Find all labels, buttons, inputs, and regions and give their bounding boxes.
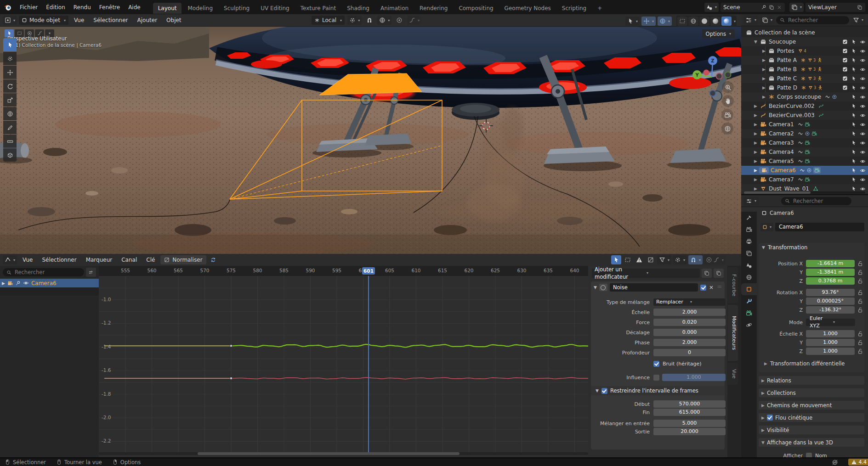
lock-icon[interactable]: [857, 278, 863, 284]
drag-grip-icon[interactable]: [716, 285, 722, 290]
graph-plot-area[interactable]: 5555605655705755805855905956006056106156…: [99, 266, 588, 457]
outliner-item-camera5[interactable]: ▶ Camera5: [741, 157, 868, 166]
outliner-item-patte-b[interactable]: ▶ Patte B 3: [741, 65, 868, 74]
position-x-field[interactable]: -1.6614 m: [806, 260, 855, 267]
checkbox-icon[interactable]: [842, 67, 848, 72]
section-transformation-differentielle[interactable]: ▶Transformation différentielle: [764, 360, 845, 367]
lock-icon[interactable]: [857, 269, 863, 275]
paste-modifier-button[interactable]: [714, 269, 724, 278]
influence-slider[interactable]: 1.000: [662, 374, 726, 381]
selectable-icon[interactable]: [851, 140, 857, 146]
tab-compositing[interactable]: Compositing: [454, 3, 498, 14]
blender-logo-icon[interactable]: [4, 3, 12, 11]
shading-material-button[interactable]: [710, 17, 720, 26]
snap-toggle[interactable]: [364, 16, 374, 25]
rotation-y-field[interactable]: 0.000025°: [806, 298, 855, 305]
noise-depth-field[interactable]: 0: [653, 349, 726, 356]
editor-type-viewport-dropdown[interactable]: ▾: [3, 16, 17, 25]
shading-dropdown[interactable]: ▾: [734, 19, 736, 23]
auto-normalize-sync-button[interactable]: [208, 255, 218, 264]
outliner-search[interactable]: [776, 16, 849, 24]
rotation-x-field[interactable]: 93.76°: [806, 289, 855, 296]
new-viewlayer-icon[interactable]: [857, 5, 862, 10]
viewlayer-selector[interactable]: ViewLayer: [806, 3, 865, 12]
lock-icon[interactable]: [857, 339, 863, 346]
expand-icon[interactable]: ▶: [760, 85, 767, 90]
graph-tweak-tool[interactable]: [611, 255, 621, 264]
tab-data-properties[interactable]: [741, 307, 757, 319]
outliner-item-portes[interactable]: ▶ Portes 4: [741, 46, 868, 56]
outliner-display-mode-dropdown[interactable]: ▾: [760, 16, 774, 25]
add-workspace-button[interactable]: +: [592, 3, 607, 14]
expand-icon[interactable]: ▶: [2, 281, 5, 286]
sidebar-tab-vue[interactable]: Vue: [728, 363, 738, 385]
noise-offset-field[interactable]: 0.000: [653, 329, 726, 336]
expand-icon[interactable]: ▶: [752, 168, 759, 173]
graph-menu-marqueur[interactable]: Marqueur: [86, 257, 113, 263]
checkbox-icon[interactable]: [842, 76, 848, 81]
graph-menu-cle[interactable]: Clé: [146, 257, 155, 263]
tab-render-properties[interactable]: [741, 224, 757, 236]
eye-icon[interactable]: [860, 85, 866, 91]
outliner-item-camera4[interactable]: ▶ Camera4: [741, 147, 868, 157]
restrict-range-header[interactable]: ▼ Restreindre l'intervalle de frames: [591, 386, 725, 395]
shading-solid-button[interactable]: [699, 17, 709, 26]
menu-fenetre[interactable]: Fenêtre: [99, 4, 120, 11]
outliner-item-camera7[interactable]: ▶ Camera7: [741, 175, 868, 184]
eye-icon[interactable]: [23, 280, 29, 286]
selectable-icon[interactable]: [851, 67, 857, 72]
expand-icon[interactable]: ▶: [752, 159, 759, 163]
proportional-editing-toggle[interactable]: [394, 16, 404, 25]
tool-move[interactable]: [3, 66, 17, 79]
sidebar-tab-fcourbe[interactable]: F-courbe: [728, 267, 738, 303]
options-dropdown[interactable]: Options▾: [702, 29, 735, 38]
lock-icon[interactable]: [857, 260, 863, 267]
eye-icon[interactable]: [860, 112, 866, 118]
gizmos-dropdown[interactable]: ▾: [641, 17, 656, 26]
expand-icon[interactable]: ▶: [752, 177, 759, 182]
viewlayer-type-dropdown[interactable]: ▾: [789, 3, 804, 12]
outliner-filter-dropdown[interactable]: ▾: [851, 16, 865, 25]
tab-world-properties[interactable]: [741, 271, 757, 283]
eye-icon[interactable]: [860, 48, 866, 54]
section-chemins[interactable]: ▶Chemins de mouvement: [759, 401, 864, 410]
section-visibilite[interactable]: ▶Visibilité: [759, 426, 864, 434]
tab-layout[interactable]: Layout: [153, 3, 182, 14]
proportional-falloff-dropdown[interactable]: ▾: [407, 16, 421, 25]
graph-pivot-dropdown[interactable]: ▾: [673, 255, 687, 264]
legacy-noise-checkbox[interactable]: [653, 361, 659, 367]
eye-icon[interactable]: [860, 103, 866, 109]
menu-aide[interactable]: Aide: [128, 4, 141, 11]
graph-h-scrollbar[interactable]: [99, 452, 588, 455]
outliner-item-camera6-selected[interactable]: ▶ Camera6: [741, 166, 868, 175]
scene-selector[interactable]: Scene: [720, 3, 785, 12]
properties-search-input[interactable]: [792, 197, 848, 205]
collapse-icon[interactable]: ▼: [594, 285, 597, 290]
current-frame-badge[interactable]: 601: [362, 267, 375, 275]
graph-snap-dropdown[interactable]: ▾: [688, 255, 703, 264]
expand-icon[interactable]: ▶: [752, 186, 759, 191]
expand-icon[interactable]: ▶: [752, 140, 759, 145]
motion-blur-checkbox[interactable]: [767, 415, 773, 421]
fcurve-canvas[interactable]: [99, 276, 588, 452]
expand-icon[interactable]: ▶: [760, 49, 767, 53]
selectable-icon[interactable]: [851, 131, 857, 136]
range-start-field[interactable]: 570.000: [653, 400, 726, 408]
3d-viewport[interactable]: ▾ Mode objet▾ Vue Sélectionner Ajouter O…: [0, 14, 741, 254]
display-name-checkbox[interactable]: [806, 453, 812, 458]
graph-box-select-tool[interactable]: [623, 255, 633, 264]
menu-edition[interactable]: Édition: [46, 4, 65, 11]
outliner-item-scene-collection[interactable]: Collection de la scène: [741, 28, 868, 37]
scale-y-field[interactable]: 1.000: [806, 339, 855, 346]
selectable-icon[interactable]: [851, 85, 857, 90]
expand-icon[interactable]: ▶: [752, 122, 759, 127]
tab-modeling[interactable]: Modeling: [182, 3, 218, 14]
position-z-field[interactable]: 0.3768 m: [806, 277, 855, 285]
menu-objet[interactable]: Objet: [166, 17, 181, 23]
graph-normalize-view-toggle[interactable]: [646, 255, 656, 264]
outliner-search-input[interactable]: [787, 17, 845, 24]
outliner-item-beziercurve-002[interactable]: ▶ BezierCurve.002: [741, 101, 868, 111]
eye-icon[interactable]: [860, 94, 866, 100]
checkbox-icon[interactable]: [842, 85, 848, 90]
delete-modifier-icon[interactable]: [709, 285, 714, 290]
